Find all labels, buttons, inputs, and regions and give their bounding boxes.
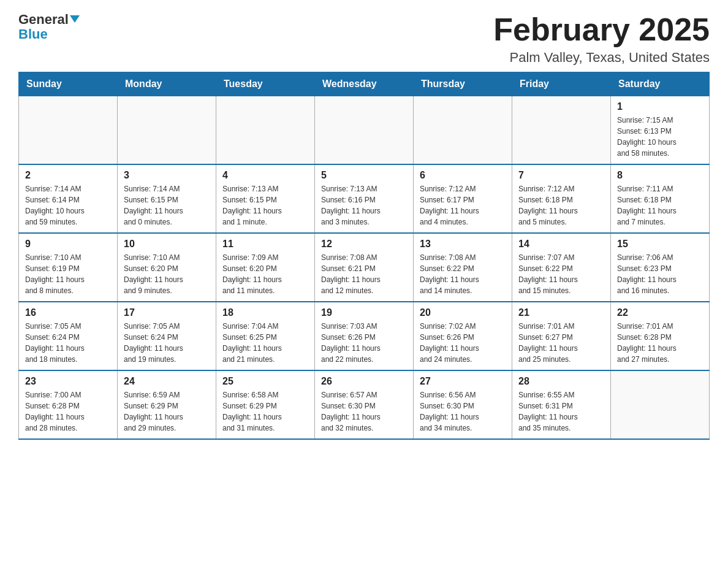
- day-info: Sunrise: 7:11 AM Sunset: 6:18 PM Dayligh…: [617, 183, 703, 228]
- day-info: Sunrise: 7:13 AM Sunset: 6:16 PM Dayligh…: [321, 183, 407, 228]
- day-number: 8: [617, 170, 703, 181]
- day-number: 21: [518, 307, 604, 318]
- day-number: 17: [124, 307, 210, 318]
- day-info: Sunrise: 7:13 AM Sunset: 6:15 PM Dayligh…: [222, 183, 308, 228]
- day-number: 22: [617, 307, 703, 318]
- calendar-cell: [118, 96, 216, 165]
- calendar-header: SundayMondayTuesdayWednesdayThursdayFrid…: [19, 72, 710, 96]
- calendar-cell: 18Sunrise: 7:04 AM Sunset: 6:25 PM Dayli…: [216, 302, 315, 370]
- calendar-cell: 15Sunrise: 7:06 AM Sunset: 6:23 PM Dayli…: [611, 233, 710, 302]
- calendar-cell: 25Sunrise: 6:58 AM Sunset: 6:29 PM Dayli…: [216, 370, 315, 439]
- calendar-week-4: 16Sunrise: 7:05 AM Sunset: 6:24 PM Dayli…: [19, 302, 710, 370]
- day-number: 4: [222, 170, 308, 181]
- page-header: General Blue February 2025 Palm Valley, …: [18, 12, 710, 66]
- calendar-cell: 2Sunrise: 7:14 AM Sunset: 6:14 PM Daylig…: [19, 164, 118, 233]
- calendar-cell: 14Sunrise: 7:07 AM Sunset: 6:22 PM Dayli…: [512, 233, 611, 302]
- day-info: Sunrise: 7:05 AM Sunset: 6:24 PM Dayligh…: [25, 321, 111, 365]
- calendar-cell: [414, 96, 512, 165]
- day-info: Sunrise: 7:06 AM Sunset: 6:23 PM Dayligh…: [617, 252, 703, 296]
- day-number: 18: [222, 307, 308, 318]
- calendar-cell: 11Sunrise: 7:09 AM Sunset: 6:20 PM Dayli…: [216, 233, 315, 302]
- day-number: 5: [321, 170, 407, 181]
- calendar-table: SundayMondayTuesdayWednesdayThursdayFrid…: [18, 72, 710, 440]
- calendar-cell: 17Sunrise: 7:05 AM Sunset: 6:24 PM Dayli…: [118, 302, 216, 370]
- calendar-cell: [315, 96, 414, 165]
- calendar-cell: 23Sunrise: 7:00 AM Sunset: 6:28 PM Dayli…: [19, 370, 118, 439]
- day-info: Sunrise: 7:04 AM Sunset: 6:25 PM Dayligh…: [222, 321, 308, 365]
- day-number: 12: [321, 239, 407, 250]
- calendar-body: 1Sunrise: 7:15 AM Sunset: 6:13 PM Daylig…: [19, 96, 710, 440]
- day-number: 11: [222, 239, 308, 250]
- day-info: Sunrise: 7:02 AM Sunset: 6:26 PM Dayligh…: [420, 321, 506, 365]
- calendar-cell: 16Sunrise: 7:05 AM Sunset: 6:24 PM Dayli…: [19, 302, 118, 370]
- day-header-sunday: Sunday: [19, 72, 118, 96]
- calendar-week-3: 9Sunrise: 7:10 AM Sunset: 6:19 PM Daylig…: [19, 233, 710, 302]
- day-info: Sunrise: 7:08 AM Sunset: 6:21 PM Dayligh…: [321, 252, 407, 296]
- calendar-cell: 20Sunrise: 7:02 AM Sunset: 6:26 PM Dayli…: [414, 302, 512, 370]
- day-number: 26: [321, 376, 407, 387]
- calendar-cell: [216, 96, 315, 165]
- calendar-cell: 13Sunrise: 7:08 AM Sunset: 6:22 PM Dayli…: [414, 233, 512, 302]
- day-info: Sunrise: 7:10 AM Sunset: 6:20 PM Dayligh…: [124, 252, 210, 296]
- day-info: Sunrise: 7:14 AM Sunset: 6:15 PM Dayligh…: [124, 183, 210, 228]
- day-number: 23: [25, 376, 111, 387]
- calendar-cell: 8Sunrise: 7:11 AM Sunset: 6:18 PM Daylig…: [611, 164, 710, 233]
- calendar-cell: 19Sunrise: 7:03 AM Sunset: 6:26 PM Dayli…: [315, 302, 414, 370]
- day-number: 14: [518, 239, 604, 250]
- day-info: Sunrise: 7:15 AM Sunset: 6:13 PM Dayligh…: [617, 115, 703, 159]
- logo-blue: Blue: [18, 26, 48, 42]
- day-header-wednesday: Wednesday: [315, 72, 414, 96]
- day-header-tuesday: Tuesday: [216, 72, 315, 96]
- day-info: Sunrise: 6:59 AM Sunset: 6:29 PM Dayligh…: [124, 389, 210, 434]
- day-number: 27: [420, 376, 506, 387]
- day-info: Sunrise: 7:10 AM Sunset: 6:19 PM Dayligh…: [25, 252, 111, 296]
- calendar-cell: 28Sunrise: 6:55 AM Sunset: 6:31 PM Dayli…: [512, 370, 611, 439]
- day-number: 3: [124, 170, 210, 181]
- day-number: 6: [420, 170, 506, 181]
- logo-text: General Blue: [18, 12, 80, 42]
- calendar-cell: 5Sunrise: 7:13 AM Sunset: 6:16 PM Daylig…: [315, 164, 414, 233]
- calendar-cell: 6Sunrise: 7:12 AM Sunset: 6:17 PM Daylig…: [414, 164, 512, 233]
- day-number: 20: [420, 307, 506, 318]
- day-info: Sunrise: 7:14 AM Sunset: 6:14 PM Dayligh…: [25, 183, 111, 228]
- calendar-cell: [512, 96, 611, 165]
- logo-triangle-icon: [70, 15, 80, 23]
- day-info: Sunrise: 7:01 AM Sunset: 6:27 PM Dayligh…: [518, 321, 604, 365]
- days-of-week-row: SundayMondayTuesdayWednesdayThursdayFrid…: [19, 72, 710, 96]
- logo: General Blue: [18, 12, 80, 42]
- calendar-cell: 7Sunrise: 7:12 AM Sunset: 6:18 PM Daylig…: [512, 164, 611, 233]
- calendar-cell: 4Sunrise: 7:13 AM Sunset: 6:15 PM Daylig…: [216, 164, 315, 233]
- calendar-week-2: 2Sunrise: 7:14 AM Sunset: 6:14 PM Daylig…: [19, 164, 710, 233]
- logo-general: General: [18, 12, 69, 27]
- day-number: 16: [25, 307, 111, 318]
- day-info: Sunrise: 6:57 AM Sunset: 6:30 PM Dayligh…: [321, 389, 407, 434]
- calendar-subtitle: Palm Valley, Texas, United States: [493, 50, 710, 66]
- day-number: 7: [518, 170, 604, 181]
- day-header-saturday: Saturday: [611, 72, 710, 96]
- calendar-cell: 22Sunrise: 7:01 AM Sunset: 6:28 PM Dayli…: [611, 302, 710, 370]
- day-number: 1: [617, 101, 703, 112]
- day-number: 15: [617, 239, 703, 250]
- calendar-cell: [19, 96, 118, 165]
- calendar-cell: 21Sunrise: 7:01 AM Sunset: 6:27 PM Dayli…: [512, 302, 611, 370]
- calendar-cell: 27Sunrise: 6:56 AM Sunset: 6:30 PM Dayli…: [414, 370, 512, 439]
- calendar-cell: 9Sunrise: 7:10 AM Sunset: 6:19 PM Daylig…: [19, 233, 118, 302]
- day-header-thursday: Thursday: [414, 72, 512, 96]
- day-info: Sunrise: 7:09 AM Sunset: 6:20 PM Dayligh…: [222, 252, 308, 296]
- day-info: Sunrise: 7:01 AM Sunset: 6:28 PM Dayligh…: [617, 321, 703, 365]
- day-info: Sunrise: 6:58 AM Sunset: 6:29 PM Dayligh…: [222, 389, 308, 434]
- day-info: Sunrise: 7:07 AM Sunset: 6:22 PM Dayligh…: [518, 252, 604, 296]
- day-number: 10: [124, 239, 210, 250]
- day-info: Sunrise: 6:55 AM Sunset: 6:31 PM Dayligh…: [518, 389, 604, 434]
- calendar-week-1: 1Sunrise: 7:15 AM Sunset: 6:13 PM Daylig…: [19, 96, 710, 165]
- day-header-monday: Monday: [118, 72, 216, 96]
- day-info: Sunrise: 7:12 AM Sunset: 6:18 PM Dayligh…: [518, 183, 604, 228]
- day-info: Sunrise: 7:12 AM Sunset: 6:17 PM Dayligh…: [420, 183, 506, 228]
- day-info: Sunrise: 6:56 AM Sunset: 6:30 PM Dayligh…: [420, 389, 506, 434]
- calendar-cell: 10Sunrise: 7:10 AM Sunset: 6:20 PM Dayli…: [118, 233, 216, 302]
- calendar-week-5: 23Sunrise: 7:00 AM Sunset: 6:28 PM Dayli…: [19, 370, 710, 439]
- day-info: Sunrise: 7:00 AM Sunset: 6:28 PM Dayligh…: [25, 389, 111, 434]
- day-header-friday: Friday: [512, 72, 611, 96]
- title-block: February 2025 Palm Valley, Texas, United…: [493, 12, 710, 66]
- day-number: 19: [321, 307, 407, 318]
